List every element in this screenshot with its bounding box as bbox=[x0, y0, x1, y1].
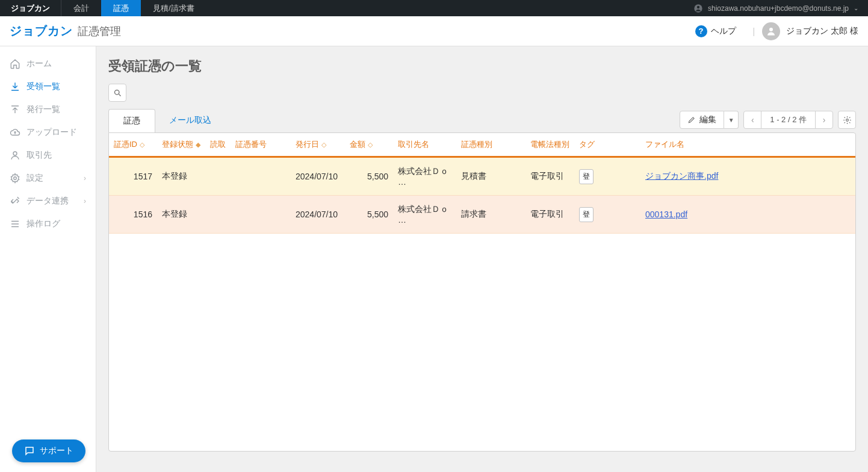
sidebar-item-received[interactable]: 受領一覧 bbox=[0, 75, 96, 98]
file-link[interactable]: ジョブカン商事.pdf bbox=[645, 171, 718, 181]
topbar-tab-invoice[interactable]: 見積/請求書 bbox=[141, 0, 206, 16]
sort-icon: ◆ bbox=[196, 141, 200, 148]
cell-number bbox=[231, 196, 291, 234]
help-link[interactable]: ? ヘルプ bbox=[695, 25, 736, 37]
cell-status: 本登録 bbox=[157, 196, 205, 234]
sort-icon: ◇ bbox=[321, 141, 326, 148]
header-user-name: ジョブカン 太郎 様 bbox=[786, 26, 858, 37]
page-title: 受領証憑の一覧 bbox=[108, 57, 856, 75]
table-row[interactable]: 1517 本登録 2024/07/10 5,500 株式会社Ｄｏ … 見積書 電… bbox=[109, 157, 855, 196]
pager: ‹ 1 - 2 / 2 件 › bbox=[743, 111, 833, 129]
tag-badge[interactable]: 登 bbox=[579, 207, 594, 222]
sidebar-item-issued[interactable]: 発行一覧 bbox=[0, 98, 96, 121]
cell-tag: 登 bbox=[574, 157, 640, 196]
chevron-right-icon: › bbox=[84, 174, 86, 182]
cell-read bbox=[205, 196, 231, 234]
sidebar-item-label: 操作ログ bbox=[26, 219, 60, 229]
header-logo[interactable]: ジョブカン bbox=[10, 23, 73, 39]
toolbar: 編集 ▼ ‹ 1 - 2 / 2 件 › bbox=[680, 111, 856, 129]
link-icon bbox=[10, 196, 20, 206]
cell-date: 2024/07/10 bbox=[291, 157, 345, 196]
th-type[interactable]: 証憑種別 bbox=[456, 133, 525, 157]
th-amount[interactable]: 金額◇ bbox=[345, 133, 393, 157]
th-file[interactable]: ファイル名 bbox=[640, 133, 855, 157]
cloud-icon bbox=[10, 127, 20, 138]
th-issue-date[interactable]: 発行日◇ bbox=[291, 133, 345, 157]
chat-icon bbox=[24, 446, 35, 456]
person-icon bbox=[10, 150, 20, 161]
cell-amount: 5,500 bbox=[345, 157, 393, 196]
sidebar-item-label: 取引先 bbox=[26, 150, 52, 161]
cell-type: 請求書 bbox=[456, 196, 525, 234]
help-icon: ? bbox=[695, 25, 707, 37]
edit-dropdown[interactable]: ▼ bbox=[724, 111, 739, 129]
svg-point-6 bbox=[846, 119, 848, 121]
sidebar-item-settings[interactable]: 設定 › bbox=[0, 167, 96, 190]
sidebar-item-data-link[interactable]: データ連携 › bbox=[0, 190, 96, 213]
svg-point-3 bbox=[13, 152, 17, 155]
sidebar-item-upload[interactable]: アップロード bbox=[0, 121, 96, 144]
th-number[interactable]: 証憑番号 bbox=[231, 133, 291, 157]
topbar-tab-evidence[interactable]: 証憑 bbox=[101, 0, 141, 16]
tab-mail-import[interactable]: メール取込 bbox=[155, 109, 226, 132]
th-status[interactable]: 登録状態◆ bbox=[157, 133, 205, 157]
sort-icon: ◇ bbox=[368, 141, 373, 148]
topbar-user-email: shiozawa.nobuharu+jbcdemo@donuts.ne.jp bbox=[708, 4, 849, 13]
pager-prev[interactable]: ‹ bbox=[744, 111, 761, 128]
gear-icon bbox=[843, 116, 852, 125]
table-container: 証憑ID◇ 登録状態◆ 読取 証憑番号 発行日◇ 金額◇ 取引先名 証憑種別 電… bbox=[108, 132, 856, 452]
sidebar-item-label: データ連携 bbox=[26, 196, 69, 206]
sort-icon: ◇ bbox=[140, 141, 144, 148]
topbar: ジョブカン 会計 証憑 見積/請求書 shiozawa.nobuharu+jbc… bbox=[0, 0, 868, 16]
tag-badge[interactable]: 登 bbox=[579, 169, 594, 184]
cell-type: 見積書 bbox=[456, 157, 525, 196]
th-law[interactable]: 電帳法種別 bbox=[525, 133, 574, 157]
cell-file: 000131.pdf bbox=[640, 196, 855, 234]
cell-status: 本登録 bbox=[157, 157, 205, 196]
sidebar-item-partners[interactable]: 取引先 bbox=[0, 144, 96, 167]
topbar-user-menu[interactable]: shiozawa.nobuharu+jbcdemo@donuts.ne.jp ⌄ bbox=[684, 4, 868, 13]
tab-evidence[interactable]: 証憑 bbox=[108, 109, 155, 132]
home-icon bbox=[10, 58, 20, 69]
header-user[interactable]: ジョブカン 太郎 様 bbox=[762, 22, 858, 40]
sidebar: ホーム 受領一覧 発行一覧 アップロード 取引先 設定 › データ連携 › bbox=[0, 46, 96, 472]
cell-read bbox=[205, 157, 231, 196]
topbar-brand[interactable]: ジョブカン bbox=[0, 0, 61, 16]
svg-point-5 bbox=[114, 90, 119, 95]
svg-point-1 bbox=[697, 5, 699, 8]
cell-id: 1517 bbox=[109, 157, 157, 196]
edit-button[interactable]: 編集 bbox=[680, 111, 724, 129]
support-button[interactable]: サポート bbox=[12, 439, 85, 462]
cell-law: 電子取引 bbox=[525, 196, 574, 234]
pager-text: 1 - 2 / 2 件 bbox=[761, 111, 816, 128]
cell-partner: 株式会社Ｄｏ … bbox=[393, 157, 456, 196]
th-id[interactable]: 証憑ID◇ bbox=[109, 133, 157, 157]
content: 受領証憑の一覧 証憑 メール取込 編集 ▼ ‹ 1 - 2 / 2 件 bbox=[96, 46, 868, 472]
gear-icon bbox=[10, 173, 20, 184]
chevron-right-icon: › bbox=[823, 115, 826, 125]
avatar bbox=[762, 22, 780, 40]
cell-amount: 5,500 bbox=[345, 196, 393, 234]
table-row[interactable]: 1516 本登録 2024/07/10 5,500 株式会社Ｄｏ … 請求書 電… bbox=[109, 196, 855, 234]
pager-next[interactable]: › bbox=[816, 111, 832, 128]
evidence-table: 証憑ID◇ 登録状態◆ 読取 証憑番号 発行日◇ 金額◇ 取引先名 証憑種別 電… bbox=[109, 133, 855, 234]
sidebar-item-log[interactable]: 操作ログ bbox=[0, 213, 96, 235]
download-icon bbox=[10, 81, 20, 92]
sidebar-item-home[interactable]: ホーム bbox=[0, 52, 96, 75]
search-button[interactable] bbox=[108, 84, 126, 102]
user-circle-icon bbox=[693, 4, 703, 13]
th-tag[interactable]: タグ bbox=[574, 133, 640, 157]
th-partner[interactable]: 取引先名 bbox=[393, 133, 456, 157]
svg-point-4 bbox=[14, 177, 17, 180]
chevron-down-icon: ⌄ bbox=[854, 5, 858, 11]
tabs: 証憑 メール取込 bbox=[108, 109, 225, 132]
header: ジョブカン 証憑管理 ? ヘルプ | ジョブカン 太郎 様 bbox=[0, 16, 868, 46]
sidebar-item-label: 受領一覧 bbox=[26, 81, 60, 92]
topbar-tab-accounting[interactable]: 会計 bbox=[61, 0, 101, 16]
cell-partner: 株式会社Ｄｏ … bbox=[393, 196, 456, 234]
th-read[interactable]: 読取 bbox=[205, 133, 231, 157]
file-link[interactable]: 000131.pdf bbox=[645, 210, 687, 219]
table-settings-button[interactable] bbox=[838, 111, 856, 129]
table-header-row: 証憑ID◇ 登録状態◆ 読取 証憑番号 発行日◇ 金額◇ 取引先名 証憑種別 電… bbox=[109, 133, 855, 157]
header-divider: | bbox=[753, 26, 755, 36]
